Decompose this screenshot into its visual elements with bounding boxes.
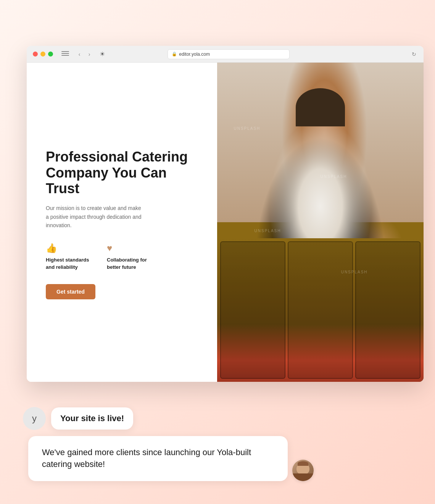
get-started-button[interactable]: Get started (46, 284, 95, 299)
chef-photo: Unsplash Unsplash Unsplash Unsplash (217, 63, 424, 382)
browser-nav: ‹ › (76, 51, 93, 58)
hero-subtitle: Our mission is to create value and make … (46, 204, 145, 229)
avatar-body (292, 473, 314, 481)
features-row: 👍 Highest standards and reliability ♥ Co… (46, 243, 198, 270)
chat-row-2: We've gained more clients since launchin… (23, 436, 412, 481)
url-text: editor.yola.com (179, 52, 210, 57)
brightness-icon: ☀ (100, 50, 105, 58)
maximize-button[interactable] (48, 52, 53, 57)
back-button[interactable]: ‹ (76, 51, 83, 58)
avatar-hair (298, 461, 308, 465)
address-bar[interactable]: 🔒 editor.yola.com (168, 49, 290, 59)
chat-row-1: y Your site is live! (23, 407, 412, 430)
food-area (217, 238, 424, 382)
chat-bubble-1: Your site is live! (51, 407, 133, 430)
heart-icon: ♥ (107, 243, 153, 254)
bubble1-text: Your site is live! (60, 414, 124, 423)
feature-1: 👍 Highest standards and reliability (46, 243, 92, 270)
browser-window: ‹ › ☀ 🔒 editor.yola.com ↻ Professional C… (27, 46, 424, 382)
bubble2-text: We've gained more clients since launchin… (42, 447, 251, 469)
traffic-lights (33, 52, 53, 57)
chef-hair (296, 88, 345, 126)
forward-button[interactable]: › (86, 51, 93, 58)
browser-titlebar: ‹ › ☀ 🔒 editor.yola.com ↻ (27, 46, 424, 63)
chat-bubble-2: We've gained more clients since launchin… (28, 436, 288, 481)
close-button[interactable] (33, 52, 38, 57)
minimize-button[interactable] (40, 52, 45, 57)
chat-section: y Your site is live! We've gained more c… (23, 407, 412, 481)
lock-icon: 🔒 (172, 52, 177, 57)
hero-left-panel: Professional Catering Company You Can Tr… (27, 63, 217, 382)
feature-2: ♥ Collaborating for better future (107, 243, 153, 270)
sidebar-toggle-icon[interactable] (61, 51, 69, 57)
feature2-label: Collaborating for better future (107, 257, 153, 270)
yola-avatar: y (23, 407, 46, 430)
user-avatar (292, 460, 314, 481)
thumbsup-icon: 👍 (46, 243, 92, 254)
website-content: Professional Catering Company You Can Tr… (27, 63, 424, 382)
feature1-label: Highest standards and reliability (46, 257, 92, 270)
yola-letter: y (32, 413, 37, 424)
hero-title: Professional Catering Company You Can Tr… (46, 149, 198, 196)
hero-image-panel: Unsplash Unsplash Unsplash Unsplash (217, 63, 424, 382)
refresh-button[interactable]: ↻ (411, 51, 417, 58)
